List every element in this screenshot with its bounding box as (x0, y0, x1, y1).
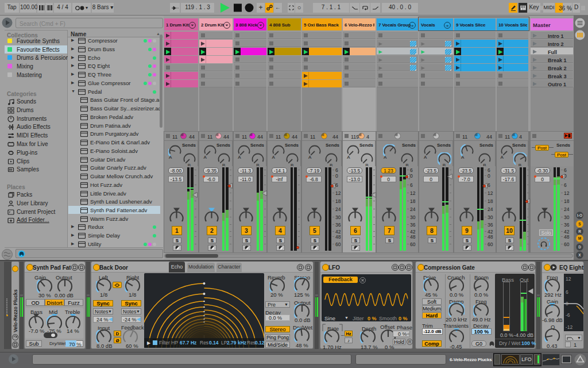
svg-text:I-O: I-O (577, 213, 582, 217)
svg-text:M: M (578, 236, 581, 240)
svg-text:X: X (578, 253, 581, 257)
svg-text:R: R (408, 340, 411, 344)
svg-text:S: S (578, 222, 581, 226)
svg-text:R: R (578, 229, 581, 233)
svg-text:D: D (578, 245, 581, 249)
